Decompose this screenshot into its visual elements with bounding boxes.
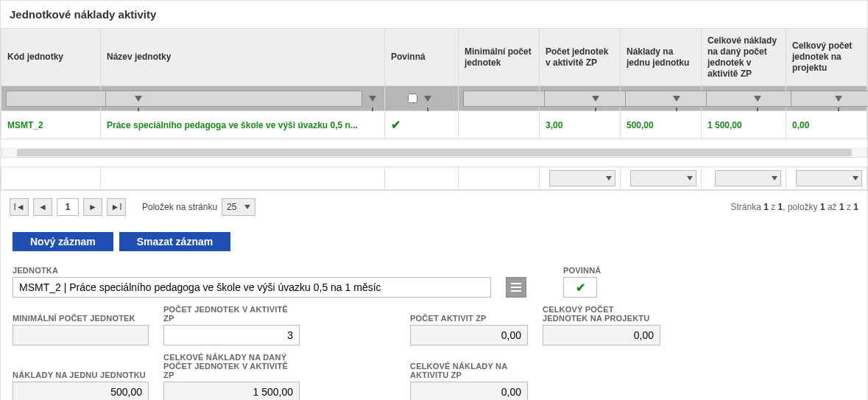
cell-min <box>459 111 540 139</box>
povinna-checkbox: ✔ <box>563 277 597 298</box>
pager-prev-icon[interactable]: ◄ <box>33 198 52 216</box>
label-celk-akt: CELKOVÉ NÁKLADY NA AKTIVITU ZP <box>410 362 528 379</box>
chevron-down-icon <box>244 205 250 209</box>
new-record-button[interactable]: Nový záznam <box>13 232 113 251</box>
cell-kod: MSMT_2 <box>1 111 101 139</box>
delete-record-button[interactable]: Smazat záznam <box>119 232 230 251</box>
filter-row <box>1 86 867 111</box>
jednotka-field[interactable] <box>13 277 491 298</box>
label-celk-zp-1: CELKOVÉ NÁKLADY NA DANÝ <box>163 353 300 362</box>
cell-pocet-zp: 3,00 <box>540 111 621 139</box>
pager-last-icon[interactable]: ►I <box>107 198 126 216</box>
label-pocet-aktivit: POČET AKTIVIT ZP <box>410 314 528 323</box>
aggregate-row <box>1 167 867 190</box>
celk-zp-field <box>163 382 300 400</box>
col-povinna[interactable]: Povinná <box>385 29 459 86</box>
cell-pocet-proj: 0,00 <box>786 111 867 139</box>
pager-perpage-label: Položek na stránku <box>142 202 217 212</box>
unit-costs-grid: Kód jednotky Název jednotky Povinná Mini… <box>1 28 867 190</box>
col-celkove-zp[interactable]: Celkové náklady na daný počet jednotek v… <box>702 29 786 86</box>
cell-nazev: Práce speciálního pedagoga ve škole ve v… <box>101 111 385 139</box>
cell-celkove-zp: 1 500,00 <box>702 111 786 139</box>
pager-page-input[interactable]: 1 <box>57 198 79 216</box>
lookup-button[interactable] <box>506 277 526 298</box>
pocet-proj-field <box>543 325 660 345</box>
cell-naklady: 500,00 <box>621 111 702 139</box>
celk-akt-field <box>410 382 528 400</box>
pager-next-icon[interactable]: ► <box>83 198 102 216</box>
label-povinna: POVINNÁ <box>563 266 601 275</box>
table-row[interactable]: MSMT_2 Práce speciálního pedagoga ve ško… <box>1 111 867 139</box>
col-kod[interactable]: Kód jednotky <box>1 29 101 86</box>
col-min[interactable]: Minimální počet jednotek <box>459 29 540 86</box>
list-icon <box>511 283 521 292</box>
pager: I◄ ◄ 1 ► ►I Položek na stránku 25 Stránk… <box>1 190 867 223</box>
label-min: MINIMÁLNÍ POČET JEDNOTEK <box>13 314 149 323</box>
check-icon: ✔ <box>391 119 401 131</box>
col-pocet-zp[interactable]: Počet jednotek v aktivitě ZP <box>540 29 621 86</box>
filter-povinna-checkbox[interactable] <box>408 94 417 103</box>
pager-first-icon[interactable]: I◄ <box>10 198 29 216</box>
filter-icon[interactable] <box>420 91 435 107</box>
label-jednotka: JEDNOTKA <box>13 266 491 275</box>
col-nazev[interactable]: Název jednotky <box>101 29 385 86</box>
filter-pocet-proj[interactable] <box>791 91 868 107</box>
label-pocet-proj: CELKOVÝ POČET JEDNOTEK NA PROJEKTU <box>543 305 660 323</box>
pocet-aktivit-field <box>410 325 528 345</box>
min-field <box>13 325 149 345</box>
check-icon: ✔ <box>576 281 585 295</box>
pager-perpage-value: 25 <box>227 202 236 212</box>
naklady-field <box>13 382 149 400</box>
label-pocet-zp: POČET JEDNOTEK V AKTIVITĚ ZP <box>163 305 300 323</box>
aggregate-dropdown[interactable] <box>715 170 781 186</box>
filter-icon[interactable] <box>365 91 380 107</box>
aggregate-dropdown[interactable] <box>630 170 696 186</box>
aggregate-dropdown[interactable] <box>549 170 615 186</box>
section-title: Jednotkové náklady aktivity <box>1 1 867 28</box>
filter-nazev[interactable] <box>105 91 362 107</box>
pager-info: Stránka 1 z 1, položky 1 až 1 z 1 <box>730 202 858 212</box>
label-naklady: NÁKLADY NA JEDNU JEDNOTKU <box>13 371 149 379</box>
horizontal-scrollbar[interactable] <box>1 147 867 158</box>
pocet-zp-field[interactable] <box>163 325 300 345</box>
col-naklady[interactable]: Náklady na jednu jednotku <box>621 29 702 86</box>
aggregate-dropdown[interactable] <box>796 170 862 186</box>
pager-perpage-select[interactable]: 25 <box>222 198 255 216</box>
label-celk-zp-2: POČET JEDNOTEK V AKTIVITĚ ZP <box>163 362 300 379</box>
col-pocet-proj[interactable]: Celkový počet jednotek na projektu <box>786 29 867 86</box>
